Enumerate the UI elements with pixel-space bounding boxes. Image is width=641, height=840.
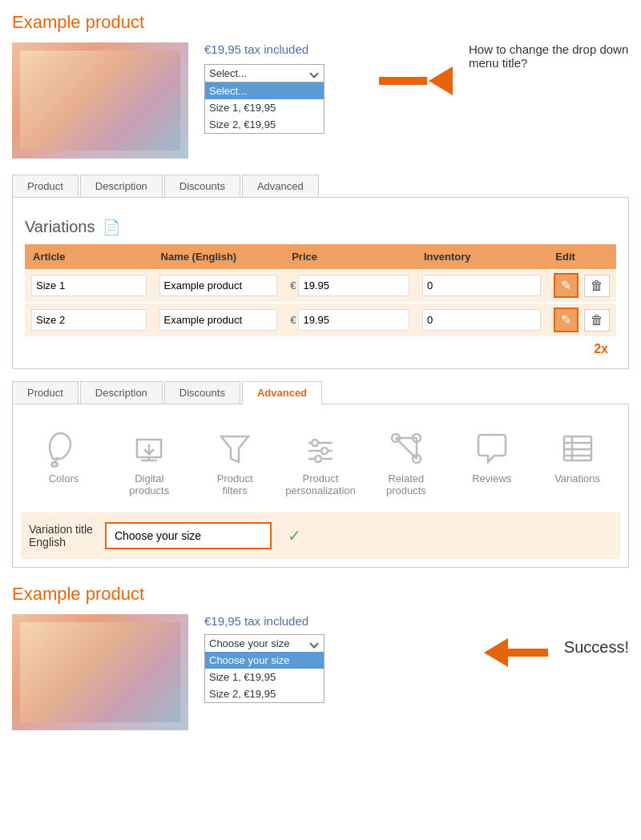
tab-product-2[interactable]: Product <box>12 381 79 404</box>
icon-item-digital[interactable]: Digitalproducts <box>107 420 192 504</box>
icon-label-related: Relatedproducts <box>386 472 426 496</box>
question-text: How to change the drop down menu title? <box>469 42 629 70</box>
arrow-indicator-1 <box>379 66 453 95</box>
article-input-2[interactable] <box>31 309 147 331</box>
product-image-2 <box>12 614 188 730</box>
dropdown-arrow-1 <box>309 69 318 78</box>
icon-label-variations: Variations <box>554 472 600 484</box>
icon-label-digital: Digitalproducts <box>129 472 169 496</box>
icon-item-variations[interactable]: Variations <box>534 420 620 492</box>
table-row: € ✎ 🗑 <box>25 303 616 337</box>
variation-title-row: Variation titleEnglish ✓ <box>21 512 620 559</box>
svg-point-10 <box>315 456 321 462</box>
variation-title-label: Variation titleEnglish <box>29 523 93 549</box>
variations-title: Variations 📄 <box>25 210 616 244</box>
col-inventory: Inventory <box>416 244 547 269</box>
tab-advanced-2[interactable]: Advanced <box>242 381 322 404</box>
icon-label-personalization: Productpersonalization <box>285 472 355 496</box>
select-option-size2[interactable]: Size 2, €19,95 <box>205 116 324 133</box>
name-input-1[interactable] <box>159 275 278 296</box>
tabs-row-1: Product Description Discounts Advanced <box>12 175 629 198</box>
checkmark-icon: ✓ <box>288 526 301 545</box>
select-option-size2-2[interactable]: Size 2, €19,95 <box>205 685 324 702</box>
tab-description-2[interactable]: Description <box>80 381 163 404</box>
variations-section: Variations 📄 Article Name (English) Pric… <box>12 197 629 369</box>
svg-point-6 <box>312 440 318 446</box>
product-info-2: €19,95 tax included Choose your size Cho… <box>204 614 468 711</box>
success-text: Success! <box>564 638 629 657</box>
icons-row: Colors Digitalproducts Productfilters <box>21 412 620 512</box>
edit-button-2[interactable]: ✎ <box>554 307 579 332</box>
example-title-2: Example product <box>12 584 629 605</box>
select-dropdown-1[interactable]: Select... Select... Size 1, €19,95 Size … <box>204 64 325 134</box>
price-input-2[interactable] <box>298 309 409 331</box>
inventory-input-2[interactable] <box>422 309 541 331</box>
variation-title-input[interactable] <box>108 525 268 546</box>
icon-item-colors[interactable]: Colors <box>21 420 107 492</box>
product-price-2: €19,95 tax included <box>204 614 468 628</box>
delete-button-1[interactable]: 🗑 <box>584 275 610 297</box>
product-info-1: €19,95 tax included Select... Select... … <box>204 42 363 74</box>
delete-button-2[interactable]: 🗑 <box>584 309 610 332</box>
tab-description-1[interactable]: Description <box>80 175 163 198</box>
arrow-indicator-2 <box>484 638 548 667</box>
col-edit: Edit <box>547 244 616 269</box>
select-option-size1-2[interactable]: Size 1, €19,95 <box>205 669 324 685</box>
dropdown-arrow-2 <box>309 639 318 648</box>
svg-marker-4 <box>221 436 248 462</box>
col-article: Article <box>25 244 153 269</box>
icon-item-reviews[interactable]: Reviews <box>449 420 534 492</box>
tab-product-1[interactable]: Product <box>12 175 79 198</box>
icon-item-related[interactable]: Relatedproducts <box>363 420 449 504</box>
icon-label-reviews: Reviews <box>472 472 511 484</box>
variations-table: Article Name (English) Price Inventory E… <box>25 244 616 338</box>
tab-advanced-1[interactable]: Advanced <box>242 175 319 198</box>
advanced-tab-content: Colors Digitalproducts Productfilters <box>12 404 629 568</box>
tab-discounts-1[interactable]: Discounts <box>164 175 240 198</box>
article-input-1[interactable] <box>31 275 147 296</box>
product-price-1: €19,95 tax included <box>204 42 363 56</box>
inventory-input-1[interactable] <box>422 275 541 296</box>
variation-title-input-wrap[interactable] <box>105 522 272 549</box>
name-input-2[interactable] <box>159 309 278 331</box>
edit-count-label: 2x <box>25 342 616 356</box>
select-option-select[interactable]: Select... <box>205 82 324 99</box>
table-row: € ✎ 🗑 <box>25 269 616 303</box>
svg-point-1 <box>51 462 58 467</box>
col-name: Name (English) <box>153 244 284 269</box>
select-option-choose[interactable]: Choose your size <box>205 652 324 669</box>
tab-discounts-2[interactable]: Discounts <box>164 381 240 404</box>
document-icon: 📄 <box>103 219 120 236</box>
select-dropdown-2[interactable]: Choose your size Choose your size Size 1… <box>204 634 325 703</box>
col-price: Price <box>284 244 416 269</box>
example-title-1: Example product <box>12 12 629 33</box>
select-header-2[interactable]: Choose your size <box>205 635 324 652</box>
icon-label-filters: Productfilters <box>217 472 253 496</box>
tabs-row-2: Product Description Discounts Advanced <box>12 381 629 404</box>
svg-point-8 <box>321 448 328 454</box>
edit-button-1[interactable]: ✎ <box>554 273 579 298</box>
icon-item-personalization[interactable]: Productpersonalization <box>278 420 364 504</box>
icon-item-filters[interactable]: Productfilters <box>192 420 278 504</box>
select-header-1[interactable]: Select... <box>205 65 324 82</box>
price-input-1[interactable] <box>298 275 409 296</box>
product-image-1 <box>12 42 188 159</box>
icon-label-colors: Colors <box>49 472 79 484</box>
select-option-size1[interactable]: Size 1, €19,95 <box>205 99 324 116</box>
